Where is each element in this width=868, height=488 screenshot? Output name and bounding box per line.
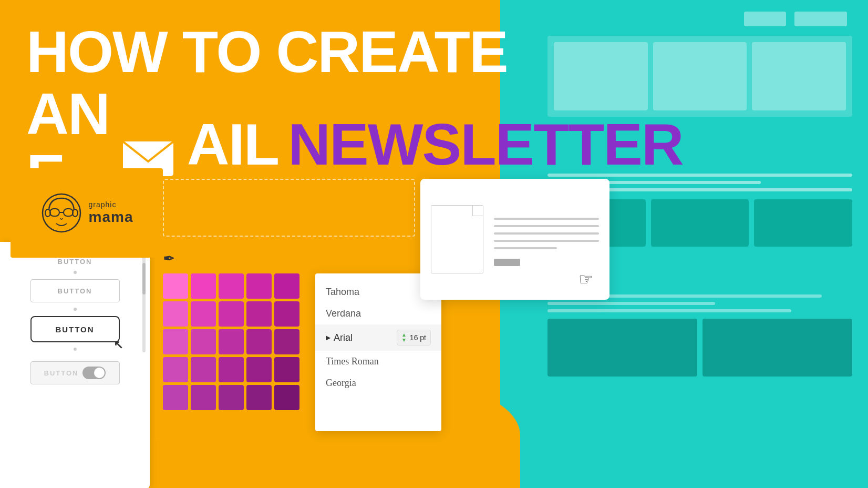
doc-line-4 [494, 240, 599, 242]
color-swatch[interactable] [163, 329, 188, 354]
logo-area: graphic mama [11, 168, 163, 258]
doc-lines [494, 212, 599, 266]
bottom-cells [547, 319, 852, 377]
top-rect-2 [794, 12, 847, 26]
doc-line-3 [494, 232, 599, 235]
color-swatch[interactable] [246, 301, 272, 327]
dot-separator-1 [74, 271, 77, 274]
doc-page-fold [472, 206, 483, 216]
buttons-panel: BUTTON BUTTON BUTTON ↖ BUTTON [0, 242, 150, 488]
color-swatch[interactable] [191, 273, 216, 299]
doc-line-2 [494, 225, 599, 227]
mid-cell-2 [651, 199, 749, 247]
font-active-row: ▶ Arial [326, 332, 353, 343]
color-swatch[interactable] [219, 357, 244, 382]
bottom-cell-2 [702, 319, 852, 377]
button-text-only: BUTTON [58, 258, 92, 266]
bottom-cell-1 [547, 319, 697, 377]
color-swatch[interactable] [274, 273, 299, 299]
doc-button-mock [494, 259, 520, 266]
color-swatch[interactable] [274, 301, 299, 327]
headline-line1: HOW TO CREATE [26, 21, 604, 83]
bottom-line-3 [547, 309, 791, 312]
color-swatch[interactable] [191, 301, 216, 327]
logo-container: graphic mama [40, 192, 133, 234]
headline-suffix: AIL [187, 114, 278, 176]
font-size-stepper[interactable]: ▲ ▼ 16 pt [397, 330, 431, 345]
color-swatch[interactable] [163, 357, 188, 382]
font-size-value: 16 pt [410, 333, 426, 342]
font-item-verdana[interactable]: Verdana [315, 303, 441, 324]
logo-text-mama: mama [89, 209, 133, 226]
panel-cell-2 [653, 42, 747, 110]
font-item-times-roman[interactable]: Times Roman [315, 351, 441, 372]
cursor-icon: ↖ [113, 338, 124, 352]
font-item-georgia[interactable]: Georgia [315, 372, 441, 394]
button-outlined[interactable]: BUTTON [30, 279, 120, 302]
svg-rect-5 [64, 209, 73, 216]
color-swatch[interactable] [219, 329, 244, 354]
document-preview-card: ☞ [420, 179, 609, 300]
color-swatch[interactable] [219, 385, 244, 410]
color-palette-panel: ✒ [155, 242, 307, 442]
top-rect-1 [744, 12, 786, 26]
button-bold-outlined[interactable]: BUTTON ↖ [30, 316, 120, 342]
logo-text-graphic: graphic [89, 200, 133, 209]
color-swatch[interactable] [163, 273, 188, 299]
top-strip [744, 12, 847, 26]
mid-cell-3 [754, 199, 852, 247]
logo-face-icon [40, 192, 82, 234]
color-swatch[interactable] [246, 357, 272, 382]
logo-text-block: graphic mama [89, 200, 133, 226]
color-swatch[interactable] [274, 329, 299, 354]
toggle-switch[interactable] [82, 367, 106, 379]
eyedropper-row: ✒ [163, 250, 299, 267]
color-swatch[interactable] [163, 385, 188, 410]
color-swatch[interactable] [274, 357, 299, 382]
color-swatch[interactable] [246, 385, 272, 410]
dot-separator-2 [74, 308, 77, 311]
panel-cell-3 [752, 42, 846, 110]
stepper-arrows[interactable]: ▲ ▼ [401, 332, 407, 343]
color-swatch[interactable] [274, 385, 299, 410]
button-last[interactable]: BUTTON [30, 361, 120, 384]
doc-line-5 [494, 247, 557, 249]
color-swatch[interactable] [163, 301, 188, 327]
doc-page-thumbnail [431, 205, 483, 273]
hand-pointer-icon: ☞ [578, 269, 594, 289]
color-swatch[interactable] [191, 357, 216, 382]
svg-rect-4 [50, 209, 59, 216]
bottom-line-2 [547, 302, 715, 305]
eyedropper-icon[interactable]: ✒ [163, 250, 175, 267]
color-swatch[interactable] [191, 385, 216, 410]
dot-separator-3 [74, 348, 77, 351]
scrollbar-track[interactable] [142, 247, 146, 352]
color-swatch[interactable] [219, 273, 244, 299]
doc-line-1 [494, 218, 599, 220]
font-item-arial[interactable]: ▶ Arial ▲ ▼ 16 pt [315, 324, 441, 351]
email-icon [122, 126, 174, 163]
color-swatch[interactable] [246, 273, 272, 299]
color-swatch[interactable] [219, 301, 244, 327]
headline-newsletter: NEWSLETTER [288, 114, 683, 176]
scrollbar-thumb[interactable] [142, 263, 146, 294]
color-swatch[interactable] [191, 329, 216, 354]
color-grid [163, 273, 299, 410]
stepper-down[interactable]: ▼ [401, 338, 407, 343]
color-swatch[interactable] [246, 329, 272, 354]
font-arrow-icon: ▶ [326, 334, 330, 341]
bottom-section [547, 294, 852, 377]
